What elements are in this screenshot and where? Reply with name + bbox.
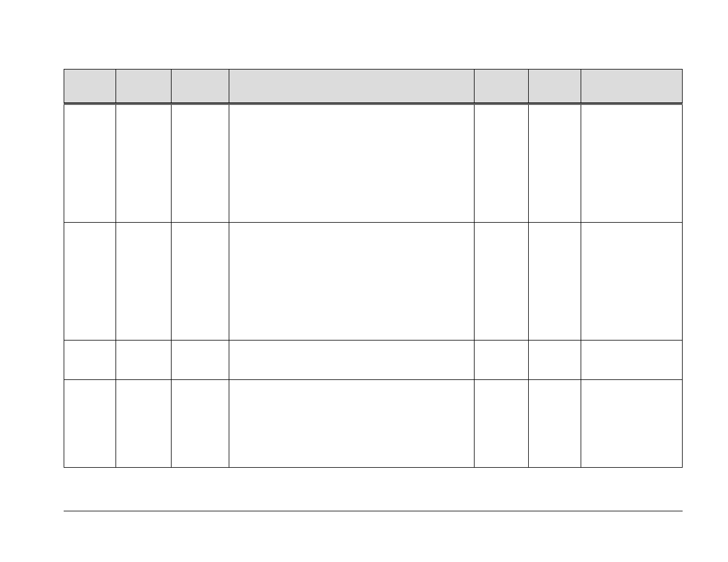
footer-rule <box>64 511 683 511</box>
table-cell <box>116 380 171 467</box>
table-cell <box>116 223 171 340</box>
table-cell <box>474 380 528 467</box>
table-header-cell <box>116 70 171 103</box>
table-cell <box>528 340 581 380</box>
table-row <box>64 340 683 380</box>
table-cell <box>581 340 683 380</box>
table-header-cell <box>474 70 528 103</box>
table-cell <box>581 380 683 467</box>
table-row <box>64 380 683 467</box>
table-cell <box>64 380 116 467</box>
table-cell <box>64 105 116 223</box>
table-cell <box>581 223 683 340</box>
table-cell <box>528 380 581 467</box>
table-cell <box>474 340 528 380</box>
data-table <box>64 69 683 468</box>
table-row <box>64 223 683 340</box>
page <box>0 0 728 562</box>
table-cell <box>229 223 474 340</box>
table-cell <box>64 340 116 380</box>
table-cell <box>474 223 528 340</box>
table-row <box>64 105 683 223</box>
table-cell <box>171 105 229 223</box>
table-cell <box>581 105 683 223</box>
table-cell <box>229 380 474 467</box>
table-header-cell <box>64 70 116 103</box>
table-cell <box>64 223 116 340</box>
table-cell <box>116 340 171 380</box>
table-cell <box>474 105 528 223</box>
table-cell <box>528 105 581 223</box>
table-header-cell <box>229 70 474 103</box>
table-cell <box>229 340 474 380</box>
table-header-row <box>64 70 683 105</box>
table-header-cell <box>171 70 229 103</box>
table-cell <box>116 105 171 223</box>
table-header-cell <box>581 70 683 103</box>
table-cell <box>528 223 581 340</box>
table-cell <box>171 380 229 467</box>
table-cell <box>171 223 229 340</box>
table-header-cell <box>528 70 581 103</box>
table-cell <box>171 340 229 380</box>
table-cell <box>229 105 474 223</box>
